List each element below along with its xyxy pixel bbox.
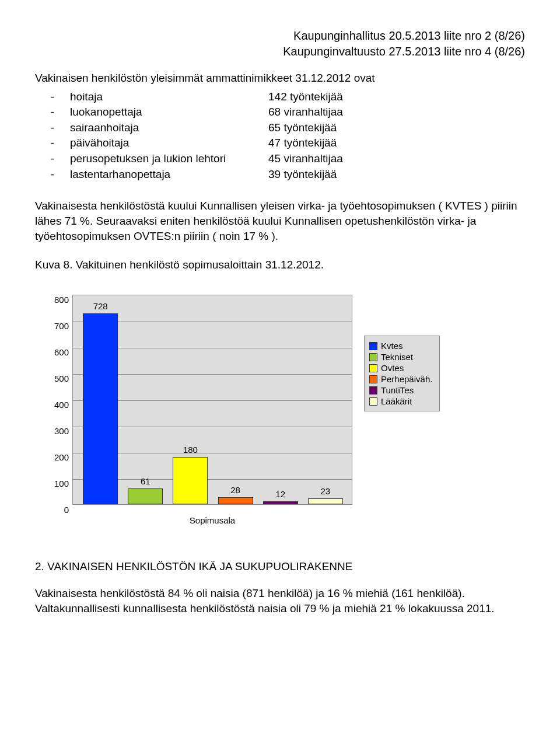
job-title: sairaanhoitaja <box>70 120 268 136</box>
list-item: -lastentarhanopettaja39 työntekijää <box>35 167 525 183</box>
job-count: 142 työntekijää <box>268 89 343 105</box>
y-tick: 500 <box>54 373 69 383</box>
job-title: lastentarhanopettaja <box>70 167 268 183</box>
list-dash: - <box>35 120 70 136</box>
chart-x-label: Sopimusala <box>72 515 352 525</box>
chart-bar <box>218 497 253 505</box>
job-count: 47 työntekijää <box>268 135 337 151</box>
body-paragraph: Vakinaisesta henkilöstöstä kuului Kunnal… <box>35 198 525 243</box>
legend-item: Lääkärit <box>369 396 433 406</box>
header-line-2: Kaupunginvaltuusto 27.5.2013 liite nro 4… <box>35 44 525 60</box>
y-tick: 300 <box>54 426 69 436</box>
job-title: luokanopettaja <box>70 104 268 120</box>
footer-paragraph: Vakinaisesta henkilöstöstä 84 % oli nais… <box>35 586 525 616</box>
job-title: perusopetuksen ja lukion lehtori <box>70 151 268 167</box>
legend-label: Kvtes <box>381 341 403 351</box>
job-count: 45 viranhaltijaa <box>268 151 343 167</box>
section-heading: 2. VAKINAISEN HENKILÖSTÖN IKÄ JA SUKUPUO… <box>35 560 525 573</box>
chart-bar <box>308 498 343 504</box>
chart-y-axis: 0100200300400500600700800 <box>47 295 72 505</box>
legend-item: TuntiTes <box>369 385 433 395</box>
bar-value-label: 12 <box>263 489 298 499</box>
job-count: 65 työntekijää <box>268 120 337 136</box>
job-title: hoitaja <box>70 89 268 105</box>
legend-item: Tekniset <box>369 352 433 362</box>
job-count: 39 työntekijää <box>268 167 337 183</box>
job-title: päivähoitaja <box>70 135 268 151</box>
list-item: -hoitaja142 työntekijää <box>35 89 525 105</box>
legend-item: Ovtes <box>369 363 433 373</box>
list-dash: - <box>35 167 70 183</box>
bar-value-label: 180 <box>173 445 208 455</box>
chart-bar <box>128 488 163 504</box>
y-tick: 200 <box>54 452 69 462</box>
legend-label: Tekniset <box>381 352 413 362</box>
y-tick: 700 <box>54 321 69 331</box>
list-item: -perusopetuksen ja lukion lehtori45 vira… <box>35 151 525 167</box>
y-tick: 800 <box>54 295 69 305</box>
legend-swatch <box>369 386 377 395</box>
legend-item: Perhepäiväh. <box>369 374 433 384</box>
list-dash: - <box>35 151 70 167</box>
intro-text: Vakinaisen henkilöstön yleisimmät ammatt… <box>35 71 525 86</box>
list-dash: - <box>35 89 70 105</box>
chart-bar <box>83 313 118 505</box>
list-item: -päivähoitaja47 työntekijää <box>35 135 525 151</box>
chart: 0100200300400500600700800 72861180281223… <box>47 295 525 525</box>
legend-item: Kvtes <box>369 341 433 351</box>
header-line-1: Kaupunginhallitus 20.5.2013 liite nro 2 … <box>35 28 525 44</box>
chart-caption: Kuva 8. Vakituinen henkilöstö sopimusalo… <box>35 259 525 271</box>
bar-value-label: 728 <box>83 301 118 311</box>
chart-legend: KvtesTeknisetOvtesPerhepäiväh.TuntiTesLä… <box>364 336 440 411</box>
y-tick: 600 <box>54 347 69 357</box>
list-dash: - <box>35 104 70 120</box>
chart-bar <box>263 501 298 504</box>
job-count: 68 viranhaltijaa <box>268 104 343 120</box>
bar-value-label: 28 <box>218 485 253 495</box>
list-item: -sairaanhoitaja65 työntekijää <box>35 120 525 136</box>
chart-bars: 72861180281223 <box>73 295 352 504</box>
y-tick: 0 <box>64 505 69 515</box>
page-header: Kaupunginhallitus 20.5.2013 liite nro 2 … <box>35 28 525 60</box>
legend-label: TuntiTes <box>381 385 414 395</box>
legend-label: Lääkärit <box>381 396 412 406</box>
bar-value-label: 23 <box>308 486 343 496</box>
legend-swatch <box>369 397 377 406</box>
chart-plot-area: 72861180281223 <box>72 295 352 505</box>
legend-swatch <box>369 353 377 361</box>
legend-swatch <box>369 364 377 372</box>
y-tick: 400 <box>54 400 69 410</box>
legend-label: Ovtes <box>381 363 404 373</box>
y-tick: 100 <box>54 479 69 488</box>
chart-bar <box>173 457 208 504</box>
legend-swatch <box>369 375 377 383</box>
bar-value-label: 61 <box>128 476 163 486</box>
legend-swatch <box>369 342 377 350</box>
job-list: -hoitaja142 työntekijää-luokanopettaja68… <box>35 89 525 183</box>
list-dash: - <box>35 135 70 151</box>
legend-label: Perhepäiväh. <box>381 374 432 384</box>
list-item: -luokanopettaja68 viranhaltijaa <box>35 104 525 120</box>
